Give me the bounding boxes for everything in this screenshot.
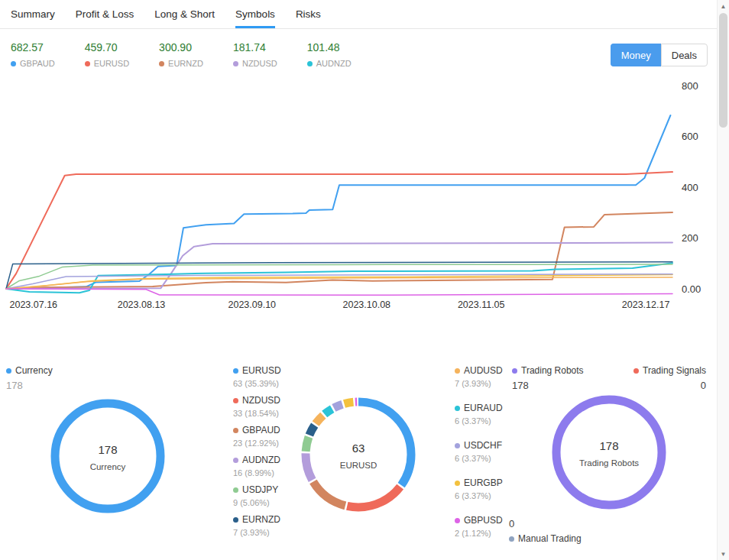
symbol-detail: 6 (3.37%) (455, 416, 503, 426)
manual-trading-legend[interactable]: 0 Manual Trading (509, 518, 582, 544)
vertical-scrollbar[interactable]: ▲ ▼ (717, 0, 729, 560)
symbol-detail: 6 (3.37%) (455, 454, 503, 463)
x-axis-tick-label: 2023.08.13 (118, 299, 166, 310)
series-color-dot (455, 368, 460, 374)
symbol-legend-item-gbpusd[interactable]: GBPUSD2 (1.12%) (455, 515, 503, 538)
symbols-donut-chart[interactable]: 63EURUSD (293, 390, 423, 520)
symbol-detail: 2 (1.12%) (455, 529, 503, 538)
series-label: AUDNZD (316, 59, 352, 68)
y-axis-tick-label: 600 (682, 131, 698, 142)
symbol-legend-item-eurnzd[interactable]: EURNZD7 (3.93%) (233, 514, 281, 537)
series-label: EURNZD (168, 59, 203, 68)
series-label: GBPAUD (20, 59, 55, 68)
donut-slice-currency[interactable] (55, 403, 160, 509)
symbols-line-chart[interactable]: 8006004002000.002023.07.162023.08.132023… (0, 76, 717, 315)
money-button[interactable]: Money (611, 44, 661, 66)
legend-label: Currency (15, 365, 53, 376)
donut-center-value: 178 (599, 439, 618, 452)
series-color-dot (233, 368, 238, 374)
donut-slice-trading-robots[interactable] (556, 400, 662, 505)
chart-legend-item-nzdusd[interactable]: 181.74NZDUSD (233, 41, 277, 68)
symbols-legend-column-2: AUDUSD7 (3.93%)EURAUD6 (3.37%)USDCHF6 (3… (455, 365, 503, 552)
tab-risks[interactable]: Risks (296, 0, 321, 28)
series-color-dot (233, 458, 238, 463)
donut-center-value: 63 (352, 442, 365, 455)
y-axis-tick-label: 400 (682, 182, 698, 193)
chart-legend-item-gbpaud[interactable]: 682.57GBPAUD (11, 41, 55, 68)
x-axis-tick-label: 2023.10.08 (343, 299, 391, 310)
series-color-dot (233, 398, 238, 403)
symbol-label: EURAUD (464, 403, 503, 413)
series-final-value: 682.57 (11, 41, 55, 53)
series-label: NZDUSD (242, 59, 277, 68)
symbol-legend-item-nzdusd[interactable]: NZDUSD33 (18.54%) (233, 395, 281, 418)
trading-robots-donut-chart[interactable]: 178Trading Robots (544, 387, 674, 517)
line-series-gbpusd[interactable] (6, 289, 672, 295)
x-axis-tick-label: 2023.11.05 (458, 299, 505, 310)
chart-legend-item-eurusd[interactable]: 459.70EURUSD (85, 41, 129, 68)
x-axis-tick-label: 2023.07.16 (10, 299, 58, 310)
symbol-legend-item-eurusd[interactable]: EURUSD63 (35.39%) (233, 365, 281, 388)
symbol-legend-item-usdchf[interactable]: USDCHF6 (3.37%) (455, 440, 503, 463)
chart-legend-item-audnzd[interactable]: 101.48AUDNZD (307, 41, 352, 68)
symbol-legend-item-audusd[interactable]: AUDUSD7 (3.93%) (455, 365, 503, 388)
symbol-legend-item-audnzd[interactable]: AUDNZD16 (8.99%) (233, 455, 281, 477)
symbol-label: EURNZD (242, 514, 280, 525)
legend-label: Trading Robots (521, 365, 584, 376)
scroll-down-button[interactable]: ▼ (718, 548, 729, 560)
series-color-dot (6, 368, 11, 374)
x-axis-tick-label: 2023.12.17 (622, 299, 670, 310)
symbol-legend-item-euraud[interactable]: EURAUD6 (3.37%) (455, 403, 503, 426)
symbol-legend-item-gbpaud[interactable]: GBPAUD23 (12.92%) (233, 425, 281, 448)
symbol-label: USDJPY (242, 484, 278, 495)
series-color-dot (455, 481, 460, 486)
scroll-up-button[interactable]: ▲ (718, 0, 729, 12)
symbol-label: EURGBP (464, 477, 503, 488)
symbol-detail: 63 (35.39%) (233, 379, 281, 388)
donut-center-label: Trading Robots (579, 458, 639, 468)
series-color-dot (233, 61, 238, 66)
tab-long-short[interactable]: Long & Short (154, 0, 215, 28)
symbol-label: AUDUSD (464, 365, 503, 376)
symbol-label: GBPAUD (242, 425, 280, 435)
series-color-dot (512, 368, 517, 374)
series-final-value: 300.90 (159, 41, 203, 53)
legend-label: Trading Signals (643, 365, 706, 376)
line-chart-legend: 682.57GBPAUD459.70EURUSD300.90EURNZD181.… (11, 41, 352, 68)
symbol-detail: 23 (12.92%) (233, 439, 281, 448)
currency-donut-chart[interactable]: 178Currency (43, 391, 173, 521)
deals-button[interactable]: Deals (661, 44, 708, 66)
series-color-dot (455, 518, 460, 523)
tab-summary[interactable]: Summary (11, 0, 55, 28)
y-axis-tick-label: 800 (682, 80, 698, 92)
symbol-label: EURUSD (242, 365, 281, 376)
tab-symbols[interactable]: Symbols (235, 0, 275, 28)
symbol-legend-item-eurgbp[interactable]: EURGBP6 (3.37%) (455, 477, 503, 500)
symbol-detail: 7 (3.93%) (455, 379, 503, 388)
symbol-label: USDCHF (464, 440, 502, 451)
tab-profit-loss[interactable]: Profit & Loss (76, 0, 134, 28)
chart-legend-item-eurnzd[interactable]: 300.90EURNZD (159, 41, 203, 68)
money-deals-toggle: Money Deals (611, 44, 708, 66)
series-color-dot (233, 428, 238, 433)
symbol-label: NZDUSD (242, 395, 280, 406)
symbol-legend-item-usdjpy[interactable]: USDJPY9 (5.06%) (233, 484, 281, 507)
series-color-dot (455, 443, 460, 448)
legend-value: 0 (509, 518, 582, 529)
series-color-dot (307, 61, 313, 66)
currency-legend[interactable]: Currency 178 (6, 365, 53, 391)
series-color-dot (11, 61, 16, 66)
series-color-dot (455, 406, 460, 411)
y-axis-tick-label: 200 (682, 232, 698, 244)
scrollbar-thumb[interactable] (719, 13, 727, 128)
symbol-label: AUDNZD (242, 455, 280, 465)
series-final-value: 181.74 (233, 41, 277, 53)
series-color-dot (159, 61, 164, 66)
legend-value: 178 (6, 380, 53, 391)
series-final-value: 101.48 (307, 41, 352, 53)
tab-bar: SummaryProfit & LossLong & ShortSymbolsR… (0, 0, 717, 29)
symbol-detail: 33 (18.54%) (233, 409, 281, 418)
series-color-dot (233, 517, 238, 523)
series-color-dot (233, 487, 238, 493)
series-color-dot (633, 368, 639, 374)
